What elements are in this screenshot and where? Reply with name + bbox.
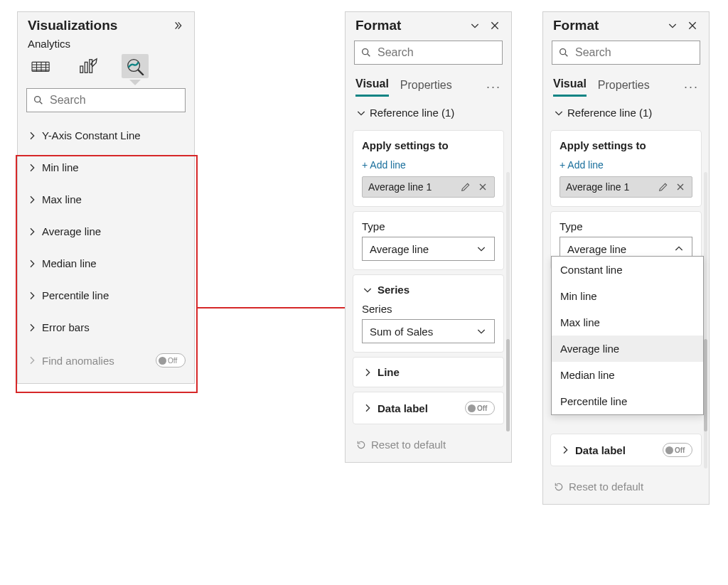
selected-line-pill[interactable]: Average line 1 [362, 176, 495, 198]
analytics-item-average-line[interactable]: Average line [19, 215, 193, 247]
svg-point-22 [560, 49, 566, 55]
chevron-down-icon[interactable] [469, 19, 481, 32]
analytics-item-label: Error bars [42, 321, 90, 333]
format-tabs: Visual Properties ··· [346, 72, 511, 97]
series-card-header[interactable]: Series [362, 284, 495, 296]
analytics-item-y-axis-constant[interactable]: Y-Axis Constant Line [19, 119, 193, 151]
format-search-input[interactable] [574, 45, 719, 60]
more-options-icon[interactable]: ··· [684, 80, 699, 95]
analytics-item-label: Median line [42, 257, 97, 269]
analytics-tab[interactable] [122, 54, 149, 78]
series-dropdown[interactable]: Sum of Sales [362, 319, 495, 343]
close-icon[interactable] [675, 181, 686, 193]
type-option-min[interactable]: Min line [552, 283, 703, 309]
analytics-item-label: Min line [42, 161, 79, 173]
search-icon [558, 47, 569, 58]
scrollbar-thumb[interactable] [506, 339, 510, 431]
analytics-search-input[interactable] [48, 93, 193, 107]
apply-settings-title: Apply settings to [362, 139, 495, 151]
svg-rect-9 [90, 60, 92, 73]
analytics-item-percentile-line[interactable]: Percentile line [19, 279, 193, 311]
scrollbar-thumb[interactable] [704, 339, 707, 431]
type-card: Type Average line [353, 211, 504, 270]
format-tabs: Visual Properties ··· [543, 72, 709, 97]
format-panel-open: Format Visual Properties ··· Reference l… [542, 11, 710, 505]
analytics-search[interactable] [26, 88, 186, 112]
format-header: Format [543, 12, 709, 36]
analytics-item-error-bars[interactable]: Error bars [19, 311, 193, 343]
format-search-input[interactable] [376, 45, 521, 60]
analytics-item-label: Y-Axis Constant Line [42, 129, 141, 141]
line-card[interactable]: Line [353, 357, 504, 387]
edit-icon[interactable] [658, 181, 669, 193]
type-value: Average line [370, 243, 429, 255]
svg-rect-7 [80, 66, 83, 73]
edit-icon[interactable] [460, 181, 471, 193]
analytics-item-min-line[interactable]: Min line [19, 151, 193, 183]
reset-to-default[interactable]: Reset to default [346, 429, 511, 462]
format-panel: Format Visual Properties ··· Reference l… [345, 11, 512, 463]
tab-properties[interactable]: Properties [598, 79, 650, 96]
type-option-constant[interactable]: Constant line [552, 257, 703, 283]
data-label-toggle[interactable]: Off [465, 401, 495, 415]
line-header-label: Line [378, 366, 400, 378]
type-dropdown[interactable]: Average line [362, 237, 495, 261]
chevron-up-icon [673, 243, 685, 254]
add-line-link[interactable]: + Add line [362, 159, 406, 171]
type-dropdown-list[interactable]: Constant line Min line Max line Average … [551, 256, 704, 415]
type-option-median[interactable]: Median line [552, 362, 703, 388]
reset-icon [553, 481, 564, 493]
type-option-average[interactable]: Average line [552, 336, 703, 362]
analytics-item-median-line[interactable]: Median line [19, 247, 193, 279]
anomalies-toggle: Off [156, 353, 186, 367]
build-visual-tab[interactable] [28, 54, 55, 78]
reference-line-section[interactable]: Reference line (1) [543, 97, 709, 126]
apply-settings-card: Apply settings to + Add line Average lin… [353, 130, 504, 207]
svg-point-16 [363, 49, 368, 55]
tab-visual[interactable]: Visual [355, 77, 389, 97]
highlight-connector-line [198, 307, 348, 308]
reference-line-section[interactable]: Reference line (1) [346, 97, 511, 126]
format-search[interactable] [354, 41, 503, 65]
data-label-toggle[interactable]: Off [663, 443, 692, 457]
chevron-down-icon [476, 326, 487, 337]
chevron-right-icon [26, 130, 38, 141]
format-header: Format [346, 12, 511, 36]
chevron-down-icon [476, 243, 487, 254]
data-label-card[interactable]: Data label Off [550, 434, 702, 466]
more-options-icon[interactable]: ··· [486, 80, 501, 95]
series-header-label: Series [378, 284, 410, 296]
type-option-max[interactable]: Max line [552, 309, 703, 336]
add-line-link[interactable]: + Add line [560, 159, 604, 171]
analytics-item-label: Find anomalies [42, 355, 114, 367]
svg-line-13 [40, 102, 42, 104]
apply-settings-title: Apply settings to [560, 139, 692, 151]
chevron-right-icon [26, 258, 38, 269]
analytics-item-label: Average line [42, 225, 101, 237]
format-search[interactable] [552, 41, 700, 65]
visualizations-tab-row [18, 51, 194, 84]
close-icon[interactable] [477, 181, 488, 193]
selected-line-pill[interactable]: Average line 1 [560, 176, 692, 198]
reset-to-default[interactable]: Reset to default [543, 471, 709, 504]
chevron-right-icon [26, 226, 38, 237]
chevron-right-icon [26, 194, 38, 205]
data-label-header: Data label [378, 402, 428, 414]
type-option-percentile[interactable]: Percentile line [552, 388, 703, 414]
collapse-right-icon[interactable] [171, 19, 184, 32]
search-icon [33, 95, 44, 106]
tab-properties[interactable]: Properties [400, 79, 452, 96]
svg-line-17 [368, 54, 370, 56]
format-visual-tab[interactable] [75, 54, 102, 78]
chevron-right-icon [26, 290, 38, 301]
tab-visual[interactable]: Visual [553, 77, 587, 97]
reset-label: Reset to default [569, 481, 643, 493]
chevron-right-icon [362, 367, 373, 378]
analytics-item-label: Max line [42, 193, 82, 205]
close-icon[interactable] [686, 19, 699, 32]
close-icon[interactable] [488, 19, 501, 32]
data-label-card[interactable]: Data label Off [353, 392, 504, 424]
analytics-item-max-line[interactable]: Max line [19, 183, 193, 215]
chevron-down-icon[interactable] [666, 19, 679, 32]
search-icon [360, 47, 372, 58]
